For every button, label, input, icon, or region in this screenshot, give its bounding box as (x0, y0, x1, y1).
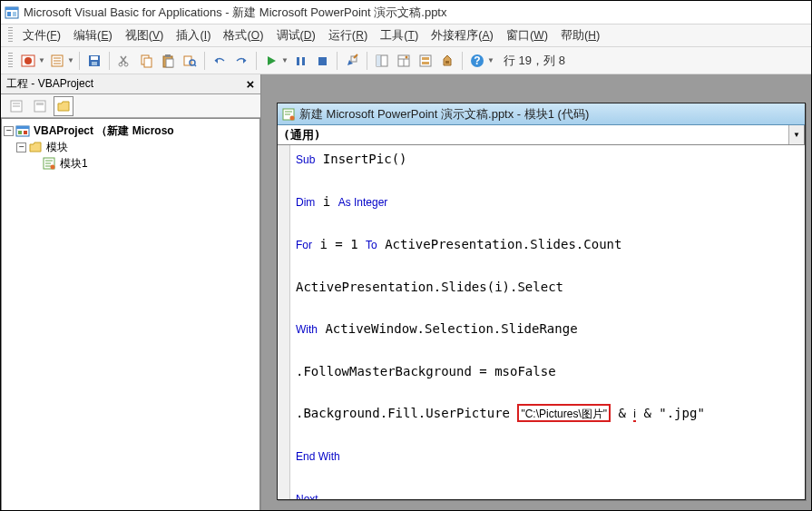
svg-rect-41 (422, 62, 429, 64)
code-margin[interactable] (278, 145, 290, 499)
svg-rect-12 (92, 62, 97, 65)
paste-icon[interactable] (158, 51, 178, 71)
svg-rect-33 (377, 55, 381, 66)
toolbox-icon[interactable] (437, 51, 457, 71)
svg-rect-2 (7, 12, 11, 16)
view-code-icon[interactable] (6, 96, 26, 116)
svg-rect-11 (91, 56, 98, 60)
project-explorer-panel: 工程 - VBAProject × − VBAProject （新建 Micro… (1, 74, 261, 511)
undo-icon[interactable] (210, 51, 230, 71)
dropdown-icon[interactable]: ▼ (281, 56, 289, 64)
toolbar: ▼ ▼ ▼ ? ▼ 行 19，列 8 (1, 47, 811, 74)
dropdown-icon[interactable]: ▼ (67, 56, 74, 64)
project-explorer-icon[interactable] (372, 51, 392, 71)
chevron-down-icon[interactable]: ▼ (788, 125, 804, 144)
redo-icon[interactable] (231, 51, 251, 71)
dropdown-icon[interactable]: ▼ (38, 56, 45, 64)
project-tree[interactable]: − VBAProject （新建 Microso − 模块 模块1 (1, 118, 260, 511)
close-icon[interactable]: × (242, 76, 259, 93)
svg-rect-40 (422, 57, 429, 60)
menu-window[interactable]: 窗口(W) (500, 25, 554, 46)
folder-icon (28, 140, 43, 154)
svg-line-22 (194, 64, 196, 66)
code-window: 新建 Microsoft PowerPoint 演示文稿.pptx - 模块1 … (277, 103, 806, 500)
menu-addins[interactable]: 外接程序(A) (425, 25, 500, 46)
toggle-folders-icon[interactable] (54, 96, 73, 116)
menu-format[interactable]: 格式(O) (217, 25, 269, 46)
svg-rect-42 (445, 61, 449, 64)
menu-grip[interactable] (8, 27, 13, 44)
window-title: Microsoft Visual Basic for Applications … (24, 5, 446, 21)
window-titlebar: Microsoft Visual Basic for Applications … (1, 1, 811, 24)
svg-rect-39 (420, 55, 431, 66)
menu-run[interactable]: 运行(R) (322, 25, 374, 46)
svg-rect-26 (297, 57, 299, 65)
help-icon[interactable]: ? (467, 51, 487, 71)
menu-file[interactable]: 文件(F) (16, 25, 67, 46)
svg-point-38 (406, 55, 408, 58)
svg-point-5 (24, 57, 32, 64)
svg-rect-27 (302, 57, 305, 65)
menu-debug[interactable]: 调试(D) (270, 25, 322, 46)
svg-marker-29 (347, 60, 353, 65)
svg-rect-16 (144, 58, 152, 67)
svg-rect-48 (34, 101, 45, 112)
tree-module-item[interactable]: 模块1 (4, 155, 258, 172)
project-explorer-title: 工程 - VBAProject (6, 76, 93, 92)
toolbar-grip[interactable] (8, 53, 13, 69)
code-window-titlebar[interactable]: 新建 Microsoft PowerPoint 演示文稿.pptx - 模块1 … (278, 103, 805, 125)
svg-rect-52 (18, 131, 22, 134)
mdi-area: 新建 Microsoft PowerPoint 演示文稿.pptx - 模块1 … (261, 74, 811, 511)
svg-rect-19 (166, 59, 173, 67)
object-browser-icon[interactable] (416, 51, 435, 71)
save-icon[interactable] (84, 51, 104, 71)
module-icon (42, 156, 56, 171)
menu-help[interactable]: 帮助(H) (554, 25, 606, 46)
module-icon (281, 107, 296, 122)
design-mode-icon[interactable] (342, 51, 362, 71)
insert-module-icon[interactable] (47, 51, 67, 71)
menu-view[interactable]: 视图(V) (119, 25, 171, 46)
code-editor[interactable]: Sub InsertPic() Dim i As Integer For i =… (290, 145, 805, 499)
view-powerpoint-icon[interactable] (18, 51, 38, 71)
app-icon (5, 5, 19, 20)
object-dropdown-value: (通用) (278, 127, 321, 143)
copy-icon[interactable] (136, 51, 156, 71)
properties-icon[interactable] (394, 51, 414, 71)
menu-bar: 文件(F) 编辑(E) 视图(V) 插入(I) 格式(O) 调试(D) 运行(R… (1, 24, 811, 47)
code-window-title: 新建 Microsoft PowerPoint 演示文稿.pptx - 模块1 … (299, 106, 589, 123)
view-object-icon[interactable] (30, 96, 50, 116)
menu-tools[interactable]: 工具(T) (374, 25, 425, 46)
dropdown-icon[interactable]: ▼ (487, 56, 494, 64)
collapse-icon[interactable]: − (16, 142, 26, 152)
project-root-label: VBAProject （新建 Microso (32, 123, 174, 139)
svg-text:?: ? (474, 54, 480, 67)
project-explorer-header: 工程 - VBAProject × (1, 74, 260, 94)
menu-insert[interactable]: 插入(I) (170, 25, 217, 46)
cursor-position-status: 行 19，列 8 (504, 53, 565, 69)
object-dropdown[interactable]: (通用) ▼ (278, 125, 805, 144)
svg-rect-51 (16, 126, 29, 129)
cut-icon[interactable] (114, 51, 134, 71)
run-icon[interactable] (261, 51, 281, 71)
svg-rect-3 (13, 12, 16, 16)
menu-edit[interactable]: 编辑(E) (67, 25, 119, 46)
collapse-icon[interactable]: − (4, 126, 14, 136)
reset-icon[interactable] (312, 51, 332, 71)
tree-folder-modules[interactable]: − 模块 (4, 139, 258, 155)
module-label: 模块1 (58, 156, 88, 172)
svg-point-58 (51, 165, 55, 170)
folder-label: 模块 (44, 140, 68, 155)
project-icon (15, 123, 30, 138)
project-explorer-toolbar (1, 94, 260, 118)
svg-rect-53 (24, 131, 27, 134)
svg-rect-49 (36, 103, 44, 105)
svg-rect-18 (165, 54, 171, 57)
find-icon[interactable] (180, 51, 200, 71)
svg-point-62 (290, 115, 295, 120)
svg-rect-1 (5, 7, 18, 10)
tree-project-root[interactable]: − VBAProject （新建 Microso (4, 123, 258, 139)
svg-marker-25 (268, 56, 276, 65)
break-icon[interactable] (290, 51, 310, 71)
svg-rect-28 (318, 57, 327, 65)
